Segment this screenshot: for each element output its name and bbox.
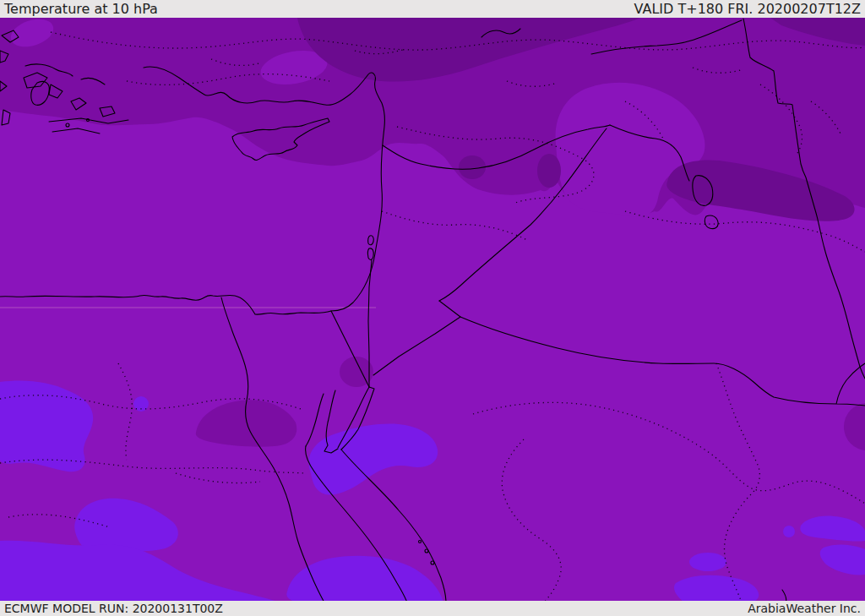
bright-se-3 [689, 553, 726, 571]
map-title: Temperature at 10 hPa [4, 0, 158, 18]
temperature-map [0, 18, 865, 601]
status-bar: ECMWF MODEL RUN: 20200131T00Z ArabiaWeat… [0, 601, 865, 616]
title-bar: Temperature at 10 hPa VALID T+180 FRI. 2… [0, 0, 865, 18]
shade-syria-spot-2 [537, 154, 561, 188]
map-canvas [0, 18, 865, 601]
weather-map-app: Temperature at 10 hPa VALID T+180 FRI. 2… [0, 0, 865, 616]
bright-se-dot [783, 526, 795, 537]
valid-time-label: VALID T+180 FRI. 20200207T12Z [634, 0, 861, 18]
credit-label: ArabiaWeather Inc. [748, 601, 861, 616]
model-run-label: ECMWF MODEL RUN: 20200131T00Z [4, 601, 223, 616]
